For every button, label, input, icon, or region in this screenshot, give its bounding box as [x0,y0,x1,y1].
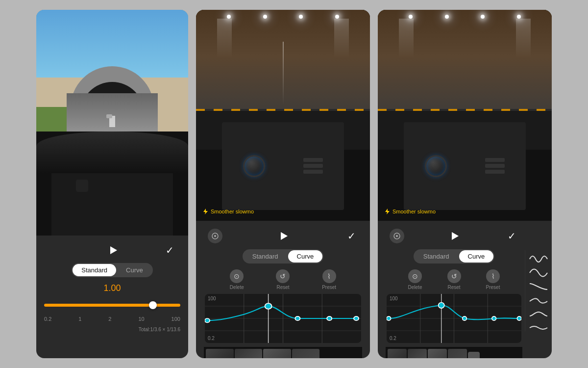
tunnel-scene-2 [196,10,370,221]
confirm-button-1[interactable]: ✓ [163,243,176,257]
svg-point-10 [265,303,272,309]
center-vanish [283,42,284,105]
svg-point-1 [214,235,216,237]
mode-toggle-1: Standard Curve [72,263,152,277]
lightning-icon-3 [384,208,391,215]
play-button-3[interactable] [448,229,462,243]
toggle-row-1: Standard Curve [44,263,180,277]
distant-car [106,114,112,118]
preset-icon-2: ⌇ [322,269,336,283]
mode-toggle-2: Standard Curve [243,249,323,263]
button-cluster [303,158,323,174]
preset-tool-3[interactable]: ⌇ Preset [486,269,500,290]
preset-icon-3: ⌇ [486,269,500,283]
timeline-strip-2: Total:1/3.6 × 0:54.7 [204,347,362,358]
video-area-2: Smoother slowmo [196,10,370,221]
curve-shapes-sidebar [525,250,552,331]
playback-row-2: ✓ [204,227,362,245]
preset-tool-2[interactable]: ⌇ Preset [322,269,336,290]
speed-slider-1[interactable] [44,299,180,311]
playback-row-1: ✓ [44,241,180,259]
small-wave-shape[interactable] [528,321,549,335]
sine-wave-shape[interactable] [528,266,549,280]
btn-row-3c [485,170,505,174]
car-interior-3 [378,111,552,221]
reset-tool-3[interactable]: ↺ Reset [447,269,461,290]
slider-labels-1: 0.2 1 2 10 100 [44,316,180,322]
dashboard [51,173,173,236]
delete-icon-2: ⊙ [230,269,244,283]
curve-section-2: ⊙ Delete ↺ Reset ⌇ Preset 100 [204,267,362,343]
ceiling-light-3d [517,15,521,19]
light-beam [334,19,349,58]
timeline-total-3: Total:1/3.5 × 0:54.7 [481,357,520,359]
tunnel-scene-3 [378,10,552,221]
volume-knob-3 [425,155,447,177]
curve-graph-2[interactable]: 100 0.2 [205,294,361,343]
svg-point-13 [354,316,359,320]
reset-label-3: Reset [447,285,460,290]
svg-point-12 [327,316,332,320]
curve-graph-3[interactable]: 100 0.2 [387,294,521,343]
light-beam-3l [399,19,414,58]
curve-toggle-2[interactable]: Curve [288,250,323,263]
timeline-thumb-3b [408,349,427,358]
delete-tool-3[interactable]: ⊙ Delete [408,269,422,290]
standard-toggle-3[interactable]: Standard [415,250,458,263]
svg-point-24 [439,303,444,309]
delete-label-3: Delete [408,285,422,290]
ceiling-light [263,15,267,19]
reset-icon-3: ↺ [447,269,461,283]
timeline-total-2: Total:1/3.6 × 0:54.7 [320,357,360,359]
ceiling-lights-2 [196,15,370,19]
flat-wave-shape[interactable] [528,307,549,321]
ceiling-light [335,15,339,19]
panel-standard: ✓ Standard Curve 1.00 0.2 1 [36,10,188,358]
playback-row-3: ✓ [386,227,522,245]
ceiling-lights-3 [378,15,552,19]
play-button-1[interactable] [106,243,120,257]
btn-row [303,164,323,168]
svg-point-25 [463,316,467,320]
m-wave-shape[interactable] [528,252,549,266]
smoother-badge-2: Smoother slowmo [202,208,254,215]
label-100: 100 [172,316,180,322]
smooth-icon-3[interactable] [390,229,404,243]
preset-label-3: Preset [486,285,500,290]
light-group [227,15,231,19]
preset-label-2: Preset [322,285,336,290]
delete-label-2: Delete [230,285,244,290]
ceiling-light [299,15,303,19]
smooth-icon-2[interactable] [208,229,222,243]
mode-toggle-3: Standard Curve [414,249,494,263]
curve-toggle-1[interactable]: Curve [117,264,152,276]
btn-row [303,158,323,162]
timeline-next-btn[interactable]: › [468,352,480,359]
confirm-button-2[interactable]: ✓ [344,229,358,243]
slider-track-1 [44,304,180,307]
tunnel-scene-1 [36,10,188,236]
btn-row-3b [485,164,505,168]
play-button-2[interactable] [277,229,291,243]
dash-unit [76,180,88,192]
standard-toggle-1[interactable]: Standard [73,264,116,276]
timeline-thumb-2a [206,349,234,358]
play-icon-1 [110,246,117,254]
gentle-curve-shape[interactable] [528,280,549,293]
reset-tool-2[interactable]: ↺ Reset [276,269,290,290]
btn-row-3a [485,158,505,162]
toggle-row-3: Standard Curve [386,249,522,263]
timeline-thumb-2b [235,349,263,358]
dash-top [36,131,188,173]
slight-wave-shape[interactable] [528,293,549,307]
confirm-button-3[interactable]: ✓ [505,229,518,243]
svg-point-23 [387,316,391,320]
curve-toggle-3[interactable]: Curve [459,250,494,263]
car-interior [36,131,188,236]
svg-point-11 [295,316,300,320]
btn-row [303,170,323,174]
label-10: 10 [138,316,144,322]
delete-tool-2[interactable]: ⊙ Delete [230,269,244,290]
standard-toggle-2[interactable]: Standard [244,250,287,263]
timeline-thumb-3d [448,349,467,358]
